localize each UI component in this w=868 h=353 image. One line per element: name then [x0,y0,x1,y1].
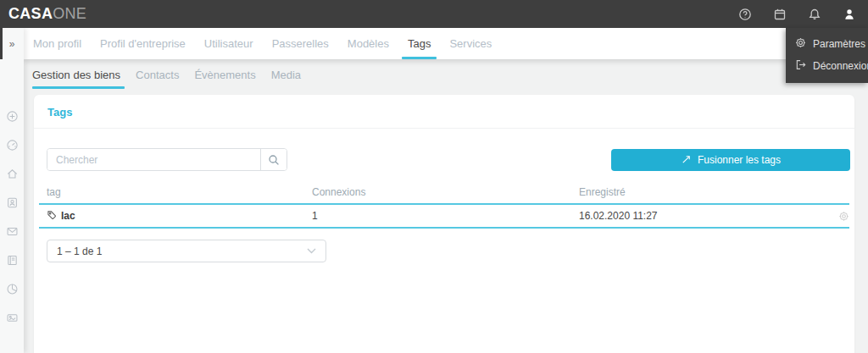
app-logo: CASAONE [8,5,86,23]
tag-icon [47,210,57,223]
pagination-select[interactable]: 1 – 1 de 1 [47,240,326,262]
tab-passerelles[interactable]: Passerelles [263,28,338,59]
search-input[interactable] [47,149,260,170]
mail-icon[interactable] [0,217,24,245]
menu-item-parametres[interactable]: Paramètres [786,33,868,55]
search-button[interactable] [260,149,287,170]
logo-secondary: ONE [53,5,86,23]
tab-label: Utilisateur [204,37,253,50]
table-header: tag Connexions Enregistré [39,181,849,205]
menu-item-label: Paramètres [813,38,865,50]
column-header-tag: tag [39,186,312,198]
toolbar: Fusionner les tags [34,129,854,171]
topbar: CASAONE [0,0,868,28]
user-icon[interactable] [842,7,856,21]
sidebar-icon-list [0,102,24,332]
subtab-label: Contacts [136,69,179,81]
chevron-down-icon [307,248,316,254]
table-row[interactable]: lac 1 16.02.2020 11:27 [39,205,849,229]
home-icon[interactable] [0,159,24,188]
tab-label: Tags [408,37,431,50]
tag-name: lac [61,210,75,222]
merge-tags-label: Fusionner les tags [698,154,781,166]
tab-label: Passerelles [272,37,329,50]
row-settings-button[interactable] [827,211,849,222]
left-sidebar: » [0,28,24,353]
tab-label: Profil d'entreprise [100,37,186,50]
media-card-icon[interactable] [0,303,24,332]
bell-icon[interactable] [807,7,821,21]
menu-item-label: Déconnexion [813,60,868,72]
book-icon[interactable] [0,245,24,274]
plus-circle-icon[interactable] [0,102,24,130]
tab-label: Mon profil [33,37,81,50]
pagination-value: 1 – 1 de 1 [57,245,102,257]
tags-table: tag Connexions Enregistré lac 1 16.02.20… [34,181,854,229]
sidebar-expand-button[interactable]: » [0,28,24,59]
subtab-label: Évènements [194,69,255,81]
column-header-connexions: Connexions [312,186,579,198]
app-window: CASAONE Paramètres [0,0,868,353]
help-icon[interactable] [737,7,752,21]
subtab-media[interactable]: Media [264,69,309,89]
sidebar-notch [0,28,3,59]
contacts-icon[interactable] [0,188,24,217]
merge-icon [681,154,692,165]
user-dropdown-menu: Paramètres Déconnexion [786,28,868,83]
cell-enregistre: 16.02.2020 11:27 [579,210,827,222]
tab-mon-profil[interactable]: Mon profil [24,28,91,59]
tab-utilisateur[interactable]: Utilisateur [195,28,263,59]
logo-primary: CASA [8,5,53,23]
tab-services[interactable]: Services [440,28,501,59]
tags-panel: Tags Fusionner les tags tag Connexions E… [34,95,854,353]
cell-connexions: 1 [312,210,579,222]
dashboard-icon[interactable] [0,130,24,159]
search-icon [268,154,280,166]
calendar-icon[interactable] [772,7,787,21]
search-box [47,148,287,171]
tab-label: Services [449,37,492,50]
gear-icon [838,211,849,222]
subtab-contacts[interactable]: Contacts [128,69,186,89]
column-header-enregistre: Enregistré [579,186,827,198]
sub-nav: Gestion des biens Contacts Évènements Me… [32,69,309,89]
panel-title: Tags [34,95,854,128]
subtab-evenements[interactable]: Évènements [186,69,263,89]
subtab-label: Media [271,69,301,81]
logout-icon [795,59,806,73]
merge-tags-button[interactable]: Fusionner les tags [611,149,850,171]
gear-icon [795,37,806,51]
subtab-label: Gestion des biens [32,69,120,81]
tab-label: Modèles [348,37,389,50]
tab-profil-entreprise[interactable]: Profil d'entreprise [91,28,195,59]
main-nav: Mon profil Profil d'entreprise Utilisate… [24,28,868,59]
menu-item-deconnexion[interactable]: Déconnexion [786,55,868,77]
chevrons-right-icon: » [9,38,15,50]
tab-tags[interactable]: Tags [398,28,440,59]
tab-modeles[interactable]: Modèles [338,28,398,59]
pie-chart-icon[interactable] [0,274,24,303]
subtab-gestion-des-biens[interactable]: Gestion des biens [32,69,128,89]
topbar-icons [737,7,860,21]
cell-tag: lac [39,210,312,223]
